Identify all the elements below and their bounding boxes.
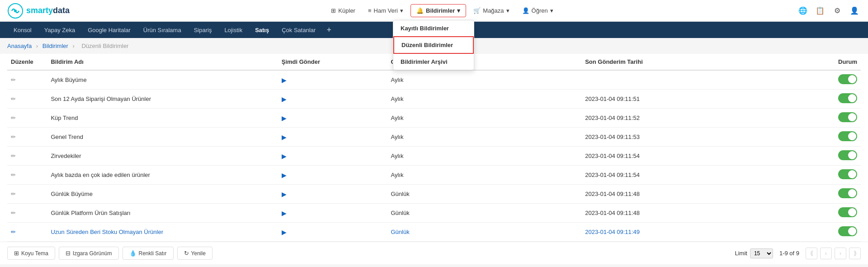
pagination-next[interactable]: › [835,248,846,259]
dropdown-kayitli[interactable]: Kayıtlı Bildirimler [393,20,474,36]
edit-icon[interactable]: ✏ [11,210,16,216]
breadcrumb-bildirimler[interactable]: Bildirimler [42,43,68,49]
status-toggle[interactable] [838,74,857,84]
edit-icon[interactable]: ✏ [11,191,16,197]
dropdown-arsiv[interactable]: Bildirimler Arşivi [393,54,474,70]
second-nav-google-haritalar[interactable]: Google Haritalar [81,22,137,38]
col-duzenle: Düzenle [7,54,47,70]
nav-ham-veri[interactable]: ≡ Ham Veri ▾ [363,5,409,17]
send-button[interactable]: ▶ [282,229,287,236]
dropdown-duzenli[interactable]: Düzenli Bildirimler [393,36,474,54]
izgara-gorunum-button[interactable]: ⊟ Izgara Görünüm [59,247,119,260]
edit-cell: ✏ [7,147,47,166]
renkli-satir-button[interactable]: 💧 Renkli Satır [123,247,174,260]
send-button[interactable]: ▶ [282,76,287,84]
status-toggle[interactable] [838,150,857,160]
yenile-label: Yenile [191,250,206,257]
pagination-first[interactable]: ⟪ [806,248,817,259]
send-button[interactable]: ▶ [282,172,287,179]
pagination-prev[interactable]: ‹ [820,248,832,259]
notification-name: Aylık Büyüme [47,70,278,90]
date-cell: 2023-01-04 09:11:48 [581,185,812,204]
status-cell [812,147,861,166]
globe-icon[interactable]: 🌐 [797,5,809,17]
user-icon[interactable]: 👤 [848,5,861,17]
nav-bildirimler[interactable]: 🔔 Bildirimler ▾ Kayıtlı Bildirimler Düze… [410,4,466,17]
notification-name: Son 12 Ayda Siparişi Olmayan Ürünler [47,90,278,109]
frequency-cell: Aylık [387,90,581,109]
table-container: Düzenle Bildirim Adı Şimdi Gönder Gönder… [0,54,868,242]
frequency-cell: Aylık [387,109,581,128]
date-cell: 2023-01-04 09:11:54 [581,147,812,166]
edit-icon[interactable]: ✏ [11,229,16,235]
status-toggle[interactable] [838,93,857,103]
nav-ogren[interactable]: 👤 Öğren ▾ [517,5,559,17]
second-nav-siparis[interactable]: Sipariş [188,22,218,38]
send-cell: ▶ [278,109,387,128]
breadcrumb-anasayfa[interactable]: Anasayfa [7,43,32,49]
status-toggle[interactable] [838,112,857,122]
nav-magaza[interactable]: 🛒 Mağaza ▾ [468,5,514,17]
date-cell: 2023-01-04 09:11:52 [581,109,812,128]
izgara-label: Izgara Görünüm [73,250,112,257]
send-button[interactable]: ▶ [282,210,287,217]
edit-icon[interactable]: ✏ [11,95,16,102]
edit-icon[interactable]: ✏ [11,134,16,140]
edit-cell: ✏ [7,223,47,242]
pagination-last[interactable]: ⟫ [849,248,861,259]
second-nav-yapay-zeka[interactable]: Yapay Zeka [38,22,81,38]
clipboard-icon[interactable]: 📋 [814,5,826,17]
magaza-label: Mağaza [483,7,504,14]
send-button[interactable]: ▶ [282,191,287,198]
edit-icon[interactable]: ✏ [11,153,16,159]
edit-icon[interactable]: ✏ [11,114,16,121]
ogren-label: Öğren [532,7,548,14]
status-toggle[interactable] [838,169,857,179]
frequency-cell: Aylık [387,166,581,185]
send-cell: ▶ [278,128,387,147]
second-nav-urun-siralama[interactable]: Ürün Sıralama [137,22,188,38]
edit-icon[interactable]: ✏ [11,172,16,178]
magaza-arrow: ▾ [506,7,509,14]
logo-icon [7,3,24,19]
second-nav-plus[interactable]: + [322,22,336,38]
col-bildirim-adi: Bildirim Adı [47,54,278,70]
notification-name: Uzun Süreden Beri Stoku Olmayan Ürünler [47,223,278,242]
date-cell: 2023-01-04 09:11:51 [581,90,812,109]
breadcrumb-sep2: › [72,43,76,49]
send-button[interactable]: ▶ [282,153,287,160]
edit-icon[interactable]: ✏ [11,76,16,83]
edit-cell: ✏ [7,204,47,223]
koyu-tema-button[interactable]: ⊞ Koyu Tema [7,247,55,260]
breadcrumb-current: Düzenli Bildirimler [81,43,128,49]
status-cell [812,128,861,147]
status-toggle[interactable] [838,207,857,217]
status-toggle[interactable] [838,131,857,141]
send-cell: ▶ [278,185,387,204]
yenile-button[interactable]: ↻ Yenile [177,247,212,260]
pagination-limit-select[interactable]: 15 25 50 100 [750,248,773,258]
col-durum: Durum [812,54,861,70]
second-nav-konsol[interactable]: Konsol [7,22,38,38]
send-button[interactable]: ▶ [282,134,287,141]
edit-cell: ✏ [7,109,47,128]
status-cell [812,166,861,185]
send-button[interactable]: ▶ [282,95,287,103]
notification-name: Zirvedekiler [47,147,278,166]
second-nav-cok-satanlar[interactable]: Çok Satanlar [275,22,322,38]
breadcrumb-sep1: › [36,43,40,49]
send-cell: ▶ [278,147,387,166]
frequency-cell: Aylık [387,128,581,147]
send-button[interactable]: ▶ [282,114,287,122]
settings-icon[interactable]: ⚙ [831,5,844,17]
nav-kupler[interactable]: ⊞ Küpler [326,5,361,17]
second-nav-lojistik[interactable]: Lojistik [218,22,249,38]
yenile-icon: ↻ [184,250,189,257]
bildirimler-dropdown: Kayıtlı Bildirimler Düzenli Bildirimler … [393,20,474,70]
bildirimler-arrow: ▾ [457,7,460,14]
send-cell: ▶ [278,204,387,223]
status-toggle[interactable] [838,188,857,198]
status-toggle[interactable] [838,226,857,236]
bildirimler-label: Bildirimler [426,7,455,14]
second-nav-satis[interactable]: Satış [249,22,275,38]
